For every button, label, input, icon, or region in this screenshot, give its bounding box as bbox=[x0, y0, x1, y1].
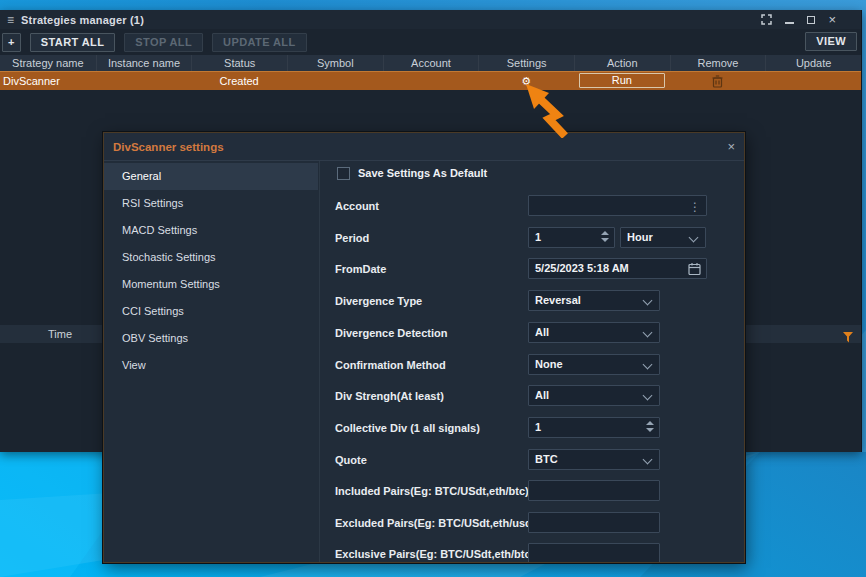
view-button[interactable]: VIEW bbox=[805, 32, 857, 51]
confirmation-method-row: Confirmation Method None bbox=[319, 354, 744, 376]
chevron-down-icon bbox=[643, 328, 653, 338]
stop-all-button[interactable]: STOP ALL bbox=[124, 33, 203, 52]
div-strength-dropdown[interactable]: All bbox=[528, 385, 660, 406]
sidebar-item-momentum[interactable]: Momentum Settings bbox=[104, 271, 318, 298]
exclusive-pairs-row: Exclusive Pairs(Eg: BTC/USdt,eth/btc) bbox=[319, 543, 744, 563]
sidebar-item-general[interactable]: General bbox=[104, 163, 318, 190]
save-default-row: Save Settings As Default bbox=[319, 163, 744, 185]
stepper-arrows-icon[interactable] bbox=[601, 231, 609, 242]
chevron-down-icon bbox=[643, 360, 653, 370]
row-instance-name bbox=[96, 72, 192, 90]
dialog-close-icon[interactable]: × bbox=[727, 140, 735, 153]
annotation-arrow-icon bbox=[524, 84, 582, 138]
chevron-down-icon bbox=[689, 233, 699, 243]
column-strategy-name[interactable]: Strategy name bbox=[0, 55, 96, 71]
fullscreen-icon[interactable] bbox=[761, 14, 772, 26]
account-label: Account bbox=[335, 195, 379, 217]
row-strategy-name: DivScanner bbox=[0, 72, 96, 90]
collective-div-stepper[interactable]: 1 bbox=[528, 417, 660, 438]
account-row: Account ⋮ bbox=[319, 195, 744, 217]
column-time[interactable]: Time bbox=[28, 325, 92, 343]
title-bar: ≡ Strategies manager (1) × bbox=[0, 10, 861, 29]
dialog-body: General RSI Settings MACD Settings Stoch… bbox=[104, 161, 744, 562]
exclusive-pairs-input[interactable] bbox=[528, 543, 660, 563]
table-row[interactable]: DivScanner Created ⚙ Run bbox=[0, 71, 861, 90]
included-pairs-label: Included Pairs(Eg: BTC/USdt,eth/btc) bbox=[335, 480, 529, 502]
account-field[interactable]: ⋮ bbox=[528, 195, 707, 216]
menu-icon[interactable]: ≡ bbox=[7, 14, 14, 26]
divergence-type-label: Divergence Type bbox=[335, 290, 422, 312]
sidebar-item-rsi[interactable]: RSI Settings bbox=[104, 190, 318, 217]
confirmation-method-dropdown[interactable]: None bbox=[528, 354, 660, 375]
stepper-arrows-icon[interactable] bbox=[646, 421, 654, 432]
period-label: Period bbox=[335, 227, 369, 249]
chevron-down-icon bbox=[643, 455, 653, 465]
div-strength-value: All bbox=[535, 389, 549, 401]
divergence-type-value: Reversal bbox=[535, 294, 581, 306]
chevron-down-icon bbox=[643, 391, 653, 401]
dialog-sidebar: General RSI Settings MACD Settings Stoch… bbox=[104, 161, 320, 562]
period-value: 1 bbox=[535, 231, 541, 243]
fromdate-label: FromDate bbox=[335, 258, 386, 280]
remove-trash-icon[interactable] bbox=[670, 72, 766, 90]
divergence-detection-value: All bbox=[535, 326, 549, 338]
column-instance-name[interactable]: Instance name bbox=[96, 55, 192, 71]
period-row: Period 1 Hour bbox=[319, 227, 744, 249]
divergence-type-dropdown[interactable]: Reversal bbox=[528, 290, 660, 311]
filter-icon[interactable] bbox=[843, 329, 853, 347]
column-settings[interactable]: Settings bbox=[478, 55, 574, 71]
quote-dropdown[interactable]: BTC bbox=[528, 449, 660, 470]
divergence-detection-dropdown[interactable]: All bbox=[528, 322, 660, 343]
sidebar-item-obv[interactable]: OBV Settings bbox=[104, 325, 318, 352]
quote-value: BTC bbox=[535, 453, 558, 465]
column-remove[interactable]: Remove bbox=[670, 55, 766, 71]
excluded-pairs-row: Excluded Pairs(Eg: BTC/USdt,eth/usdt) bbox=[319, 512, 744, 534]
included-pairs-input[interactable] bbox=[528, 480, 660, 501]
quote-label: Quote bbox=[335, 449, 367, 471]
exclusive-pairs-label: Exclusive Pairs(Eg: BTC/USdt,eth/btc) bbox=[335, 543, 534, 563]
add-strategy-button[interactable]: + bbox=[2, 33, 21, 52]
update-all-button[interactable]: UPDATE ALL bbox=[212, 33, 306, 52]
browse-ellipsis-icon[interactable]: ⋮ bbox=[689, 198, 701, 217]
save-default-label: Save Settings As Default bbox=[358, 163, 487, 184]
column-action[interactable]: Action bbox=[574, 55, 670, 71]
confirmation-method-value: None bbox=[535, 358, 563, 370]
excluded-pairs-label: Excluded Pairs(Eg: BTC/USdt,eth/usdt) bbox=[335, 512, 539, 534]
collective-div-value: 1 bbox=[535, 421, 541, 433]
screen: ≡ Strategies manager (1) × + START ALL S… bbox=[0, 0, 866, 577]
column-update[interactable]: Update bbox=[765, 55, 861, 71]
run-button[interactable]: Run bbox=[579, 73, 665, 88]
period-unit-dropdown[interactable]: Hour bbox=[620, 227, 706, 248]
dialog-title: DivScanner settings bbox=[113, 141, 224, 153]
collective-div-label: Collective Div (1 all signals) bbox=[335, 417, 480, 439]
start-all-button[interactable]: START ALL bbox=[30, 33, 115, 52]
dialog-title-bar: DivScanner settings × bbox=[104, 133, 744, 161]
quote-row: Quote BTC bbox=[319, 449, 744, 471]
column-status[interactable]: Status bbox=[191, 55, 287, 71]
save-default-checkbox[interactable] bbox=[337, 167, 350, 180]
fromdate-field[interactable]: 5/25/2023 5:18 AM bbox=[528, 258, 707, 279]
sidebar-item-stochastic[interactable]: Stochastic Settings bbox=[104, 244, 318, 271]
divergence-detection-row: Divergence Detection All bbox=[319, 322, 744, 344]
column-symbol[interactable]: Symbol bbox=[287, 55, 383, 71]
sidebar-item-macd[interactable]: MACD Settings bbox=[104, 217, 318, 244]
column-account[interactable]: Account bbox=[383, 55, 479, 71]
div-strength-label: Div Strengh(At least) bbox=[335, 385, 444, 407]
sidebar-item-view[interactable]: View bbox=[104, 352, 318, 379]
maximize-icon[interactable] bbox=[807, 14, 815, 26]
divscanner-settings-dialog: DivScanner settings × General RSI Settin… bbox=[103, 132, 745, 563]
fromdate-value: 5/25/2023 5:18 AM bbox=[535, 262, 629, 274]
divergence-detection-label: Divergence Detection bbox=[335, 322, 447, 344]
sidebar-item-cci[interactable]: CCI Settings bbox=[104, 298, 318, 325]
excluded-pairs-input[interactable] bbox=[528, 512, 660, 533]
calendar-icon[interactable] bbox=[688, 262, 701, 282]
period-stepper[interactable]: 1 bbox=[528, 227, 615, 248]
row-account bbox=[383, 72, 479, 90]
window-controls: × bbox=[761, 14, 836, 26]
minimize-icon[interactable] bbox=[785, 14, 794, 26]
window-title: Strategies manager (1) bbox=[21, 14, 144, 26]
close-icon[interactable]: × bbox=[828, 14, 836, 26]
chevron-down-icon bbox=[643, 296, 653, 306]
divergence-type-row: Divergence Type Reversal bbox=[319, 290, 744, 312]
row-symbol bbox=[287, 72, 383, 90]
